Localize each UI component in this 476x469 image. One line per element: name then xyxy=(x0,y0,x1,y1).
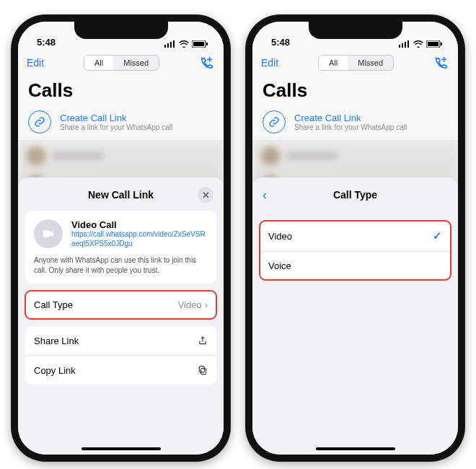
screen: 5:48 Edit All Missed xyxy=(18,22,224,455)
copy-link-label: Copy Link xyxy=(34,365,76,376)
call-info-card: Video Call https://call.whatsapp.com/vid… xyxy=(25,211,216,284)
create-call-link-row[interactable]: Create Call Link Share a link for your W… xyxy=(18,106,224,141)
call-url[interactable]: https://call.whatsapp.com/video/ZxSeVSRa… xyxy=(71,230,208,248)
call-type-row[interactable]: Call Type Video › xyxy=(25,291,216,319)
link-icon xyxy=(263,110,286,133)
sheet-title: Call Type xyxy=(333,189,377,201)
edit-button[interactable]: Edit xyxy=(27,57,44,69)
tab-missed[interactable]: Missed xyxy=(348,56,393,70)
create-call-link-text: Create Call Link Share a link for your W… xyxy=(60,113,172,131)
notch xyxy=(74,22,168,39)
video-icon xyxy=(34,219,63,248)
phone-frame-right: 5:48 Edit All Missed xyxy=(245,14,465,462)
page-title: Calls xyxy=(18,76,224,106)
add-call-icon[interactable] xyxy=(433,55,449,71)
svg-rect-16 xyxy=(441,43,442,45)
svg-rect-9 xyxy=(199,367,204,372)
home-indicator[interactable] xyxy=(316,447,395,450)
option-voice[interactable]: Voice xyxy=(260,251,451,280)
create-call-link-text: Create Call Link Share a link for your W… xyxy=(294,113,407,131)
svg-rect-2 xyxy=(170,42,172,48)
svg-rect-11 xyxy=(402,43,403,48)
create-call-link-title: Create Call Link xyxy=(294,113,407,123)
create-call-link-sub: Share a link for your WhatsApp call xyxy=(294,123,407,131)
svg-rect-1 xyxy=(167,43,169,48)
call-type-label: Call Type xyxy=(34,299,73,310)
nav-bar: Edit All Missed xyxy=(18,49,224,76)
share-icon xyxy=(198,335,208,346)
back-icon[interactable]: ‹ xyxy=(263,188,267,203)
copy-icon xyxy=(198,364,208,376)
svg-rect-8 xyxy=(201,369,206,374)
create-call-link-sub: Share a link for your WhatsApp call xyxy=(60,123,172,131)
svg-rect-15 xyxy=(428,42,438,46)
signal-icon xyxy=(399,40,410,48)
signal-icon xyxy=(164,40,176,48)
close-icon[interactable]: ✕ xyxy=(198,187,213,203)
svg-rect-12 xyxy=(405,42,406,48)
battery-icon xyxy=(192,40,208,48)
tab-segment[interactable]: All Missed xyxy=(84,55,159,71)
create-call-link-row[interactable]: Create Call Link Share a link for your W… xyxy=(252,106,458,141)
sheet-header: New Call Link ✕ xyxy=(25,186,216,203)
call-name: Video Call xyxy=(71,219,208,230)
link-icon xyxy=(28,110,51,133)
share-link-row[interactable]: Share Link xyxy=(25,326,216,355)
option-voice-label: Voice xyxy=(268,260,291,271)
status-right xyxy=(399,40,442,48)
call-type-sheet: ‹ Call Type Video ✓ Voice xyxy=(252,177,458,455)
wifi-icon xyxy=(413,40,423,48)
share-card: Share Link Copy Link xyxy=(25,326,216,385)
sheet-title: New Call Link xyxy=(88,189,154,201)
share-link-label: Share Link xyxy=(34,336,79,346)
tab-all[interactable]: All xyxy=(84,56,113,70)
tab-missed[interactable]: Missed xyxy=(113,56,159,70)
option-video-label: Video xyxy=(268,231,292,242)
svg-rect-0 xyxy=(164,45,166,48)
call-head: Video Call https://call.whatsapp.com/vid… xyxy=(34,219,208,248)
svg-rect-10 xyxy=(399,45,400,48)
page-title: Calls xyxy=(252,76,458,106)
status-right xyxy=(164,40,208,48)
svg-rect-3 xyxy=(173,40,175,48)
sheet-header: ‹ Call Type xyxy=(260,186,451,203)
add-call-icon[interactable] xyxy=(199,55,215,71)
svg-rect-6 xyxy=(206,43,208,45)
tab-segment[interactable]: All Missed xyxy=(318,55,394,71)
home-indicator[interactable] xyxy=(81,447,161,450)
svg-rect-7 xyxy=(43,231,50,237)
create-call-link-title: Create Call Link xyxy=(60,113,172,123)
call-type-card[interactable]: Call Type Video › xyxy=(25,291,216,319)
chevron-right-icon: › xyxy=(205,299,208,310)
clock: 5:48 xyxy=(271,37,290,48)
svg-rect-13 xyxy=(407,40,409,48)
copy-link-row[interactable]: Copy Link xyxy=(25,355,216,385)
call-type-value: Video xyxy=(178,299,202,310)
phone-frame-left: 5:48 Edit All Missed xyxy=(11,14,231,462)
call-type-options: Video ✓ Voice xyxy=(260,221,451,280)
nav-bar: Edit All Missed xyxy=(252,49,458,76)
clock: 5:48 xyxy=(37,37,56,48)
checkmark-icon: ✓ xyxy=(433,229,442,242)
call-desc: Anyone with WhatsApp can use this link t… xyxy=(34,255,208,275)
tab-all[interactable]: All xyxy=(319,56,348,70)
svg-rect-5 xyxy=(193,42,204,46)
battery-icon xyxy=(426,40,442,48)
screen: 5:48 Edit All Missed xyxy=(252,22,458,455)
edit-button[interactable]: Edit xyxy=(261,57,278,69)
notch xyxy=(309,22,402,39)
new-call-link-sheet: New Call Link ✕ Video Call https://call.… xyxy=(18,177,224,455)
wifi-icon xyxy=(179,40,189,48)
option-video[interactable]: Video ✓ xyxy=(260,221,451,251)
